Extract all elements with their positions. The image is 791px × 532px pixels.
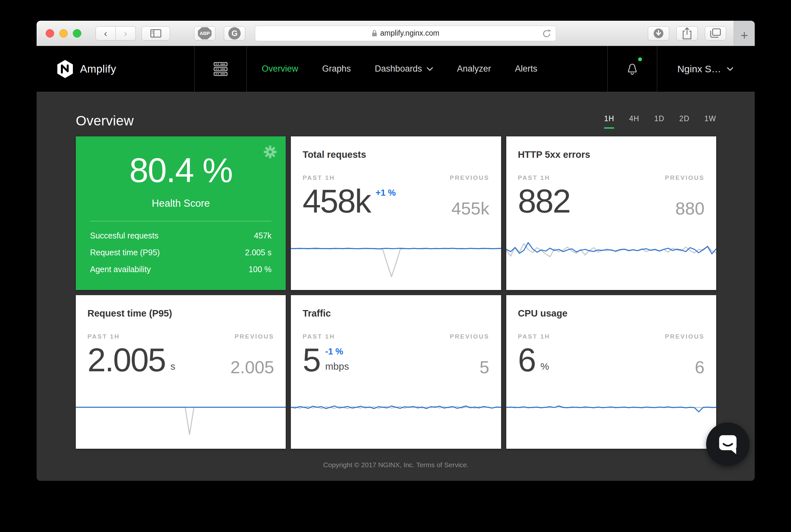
hosts-button[interactable] <box>195 46 247 92</box>
health-row-successful-requests: Succesful requests 457k <box>90 231 271 241</box>
tabs-icon <box>709 28 722 39</box>
metric-unit: % <box>540 361 549 372</box>
card-title: Request time (P95) <box>88 295 274 319</box>
metric-change: -1 % <box>325 347 349 357</box>
time-range-2d[interactable]: 2D <box>679 114 689 129</box>
time-range-1h[interactable]: 1H <box>604 114 614 129</box>
sparkline-chart <box>291 392 501 438</box>
sparkline-chart <box>506 234 716 279</box>
nav-right-group: Nginx S… <box>607 46 755 92</box>
brand-name: Amplify <box>80 63 116 75</box>
reload-button[interactable] <box>542 29 551 40</box>
metric-card-cpu-usage: CPU usage PAST 1H PREVIOUS 6 % 6 <box>506 295 716 449</box>
browser-toolbar: ‹ › ABP G amplify.nginx.com <box>37 21 755 46</box>
past-label: PAST 1H <box>303 174 335 182</box>
app-navbar: Amplify Overvi <box>37 46 755 92</box>
health-score-label: Health Score <box>76 198 286 209</box>
metric-previous-value: 2.005 <box>230 357 274 378</box>
abp-icon: ABP <box>198 27 212 40</box>
account-menu[interactable]: Nginx S… <box>657 46 755 92</box>
active-underline <box>604 127 614 129</box>
metric-value: 6 <box>518 341 536 378</box>
metric-card-request-time: Request time (P95) PAST 1H PREVIOUS 2.00… <box>76 295 286 449</box>
sidebar-icon <box>150 29 161 38</box>
metric-card-http-5xx-errors: HTTP 5xx errors PAST 1H PREVIOUS 882 880 <box>506 136 716 290</box>
card-title: HTTP 5xx errors <box>518 136 705 160</box>
g-extension-icon: G <box>228 27 241 40</box>
content-header: Overview 1H 4H 1D 2D 1W <box>76 92 716 136</box>
metric-value: 2.005 <box>88 341 165 378</box>
account-name: Nginx S… <box>677 63 721 75</box>
bell-icon <box>626 61 639 75</box>
page-title: Overview <box>76 113 134 129</box>
nav-item-alerts[interactable]: Alerts <box>515 64 537 74</box>
brand[interactable]: Amplify <box>37 46 194 92</box>
time-range-1d[interactable]: 1D <box>654 114 664 129</box>
metric-value: 458k <box>303 183 370 220</box>
chat-icon <box>717 434 738 455</box>
metric-unit: s <box>170 361 175 372</box>
past-label: PAST 1H <box>518 333 550 340</box>
toolbar-right-group <box>641 26 726 40</box>
window-minimize-button[interactable] <box>59 29 68 38</box>
back-icon: ‹ <box>104 28 107 38</box>
plus-icon: + <box>740 29 748 42</box>
copyright-footer: Copyright © 2017 NGINX, Inc. Terms of Se… <box>76 461 716 469</box>
browser-window: ‹ › ABP G amplify.nginx.com <box>37 21 755 481</box>
cards-grid: 80.4 % Health Score Succesful requests 4… <box>76 136 716 449</box>
metric-previous-value: 455k <box>451 198 489 220</box>
metric-value: 882 <box>518 183 570 220</box>
lock-icon <box>372 30 377 37</box>
chat-widget-button[interactable] <box>706 422 750 466</box>
forward-button[interactable]: › <box>116 26 136 40</box>
time-range-picker: 1H 4H 1D 2D 1W <box>604 114 716 129</box>
past-label: PAST 1H <box>88 333 120 340</box>
notification-dot <box>638 57 642 61</box>
show-tabs-button[interactable] <box>705 26 726 40</box>
nav-item-dashboards[interactable]: Dashboards <box>375 64 433 74</box>
server-rack-icon <box>213 61 228 76</box>
downloads-button[interactable] <box>648 26 669 40</box>
gear-icon <box>264 146 277 158</box>
health-score-value: 80.4 % <box>76 151 286 190</box>
nginx-logo-icon <box>57 60 74 78</box>
metric-previous-value: 880 <box>675 198 705 220</box>
previous-label: PREVIOUS <box>665 174 705 182</box>
adblock-extension-button[interactable]: ABP <box>194 26 215 40</box>
metric-change: +1 % <box>376 188 396 198</box>
previous-label: PREVIOUS <box>449 333 489 340</box>
nav-item-analyzer[interactable]: Analyzer <box>457 64 491 74</box>
divider <box>90 221 271 221</box>
ghostery-extension-button[interactable]: G <box>224 26 245 40</box>
download-icon <box>653 27 664 39</box>
share-button[interactable] <box>676 26 698 40</box>
back-button[interactable]: ‹ <box>96 26 116 40</box>
health-settings-button[interactable] <box>264 146 277 160</box>
metric-previous-value: 6 <box>695 357 705 378</box>
card-title: Traffic <box>303 295 489 319</box>
metric-card-total-requests: Total requests PAST 1H PREVIOUS 458k +1 … <box>291 136 501 290</box>
window-close-button[interactable] <box>46 29 54 38</box>
time-range-4h[interactable]: 4H <box>629 114 639 129</box>
nav-links: Overview Graphs Dashboards Analyzer Aler… <box>247 46 537 92</box>
card-title: CPU usage <box>518 295 705 319</box>
nav-item-dashboards-label: Dashboards <box>375 64 422 74</box>
share-icon <box>681 27 693 40</box>
nav-item-overview[interactable]: Overview <box>262 64 298 74</box>
window-zoom-button[interactable] <box>73 29 81 38</box>
nav-item-graphs[interactable]: Graphs <box>322 64 351 74</box>
metric-value: 5 <box>303 341 320 378</box>
notifications-button[interactable] <box>607 46 657 92</box>
new-tab-button[interactable]: + <box>734 21 755 46</box>
sparkline-chart <box>291 234 501 279</box>
health-metrics: Succesful requests 457k Request time (P9… <box>90 231 271 274</box>
previous-label: PREVIOUS <box>234 333 274 340</box>
time-range-1w[interactable]: 1W <box>705 114 716 129</box>
chevron-down-icon <box>427 67 433 71</box>
address-bar[interactable]: amplify.nginx.com <box>255 25 556 41</box>
previous-label: PREVIOUS <box>665 333 705 340</box>
past-label: PAST 1H <box>518 174 550 182</box>
reload-icon <box>542 29 551 39</box>
sidebar-button[interactable] <box>141 26 170 40</box>
chevron-down-icon <box>727 67 733 71</box>
